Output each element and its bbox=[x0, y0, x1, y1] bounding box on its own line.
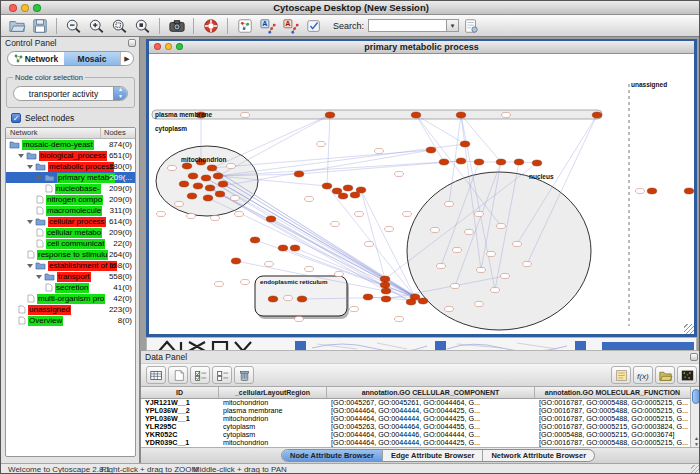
gene-node-outline[interactable] bbox=[215, 281, 224, 286]
tree-row-biological-process[interactable]: biological_process651(0) bbox=[6, 150, 135, 161]
tab-node-attribute-browser[interactable]: Node Attribute Browser bbox=[282, 450, 383, 461]
gene-node-outline[interactable] bbox=[477, 267, 486, 272]
table-row[interactable]: YJR121W__1mitochondrion[GO:0045267, GO:0… bbox=[141, 399, 691, 407]
attribute-unselect-all-button[interactable] bbox=[212, 366, 232, 384]
column-header-1[interactable]: _cellularLayoutRegion bbox=[219, 387, 327, 398]
gene-node-outline[interactable] bbox=[513, 241, 522, 246]
edge[interactable] bbox=[299, 161, 461, 174]
gene-node-outline[interactable] bbox=[305, 196, 314, 201]
expand-triangle-icon[interactable] bbox=[36, 176, 42, 180]
plasma-membrane-region[interactable] bbox=[152, 110, 602, 119]
tree-row-unassigned[interactable]: unassigned223(0) bbox=[6, 304, 135, 315]
notes-button[interactable] bbox=[611, 366, 631, 384]
gene-node[interactable] bbox=[268, 296, 278, 302]
network-annotation-button[interactable] bbox=[234, 17, 255, 35]
tree-row-multi-organism-pro[interactable]: multi-organism pro42(0) bbox=[6, 293, 135, 304]
float-panel-icon[interactable] bbox=[128, 39, 136, 47]
gene-node-outline[interactable] bbox=[317, 141, 326, 146]
gene-node[interactable] bbox=[290, 245, 300, 251]
expand-triangle-icon[interactable] bbox=[27, 264, 33, 268]
gene-node[interactable] bbox=[514, 159, 524, 165]
scrollbar-thumb[interactable] bbox=[692, 389, 700, 404]
expand-triangle-icon[interactable] bbox=[27, 165, 33, 169]
gene-node-outline[interactable] bbox=[501, 273, 510, 278]
gene-node-outline[interactable] bbox=[168, 165, 177, 170]
statusbar-resize-grip[interactable] bbox=[691, 465, 700, 474]
gene-node-outline[interactable] bbox=[365, 241, 374, 246]
gene-node-outline[interactable] bbox=[636, 188, 645, 193]
help-button[interactable] bbox=[200, 17, 221, 35]
gene-node-outline[interactable] bbox=[453, 247, 462, 252]
gene-node-outline[interactable] bbox=[395, 171, 404, 176]
gene-node[interactable] bbox=[684, 188, 694, 194]
gene-node[interactable] bbox=[250, 237, 260, 243]
tab-mosaic[interactable]: Mosaic bbox=[64, 52, 120, 65]
graphics-details-b-button[interactable]: A bbox=[280, 17, 301, 35]
gene-node-outline[interactable] bbox=[523, 261, 532, 266]
open-session-button[interactable] bbox=[6, 17, 27, 35]
gene-node-outline[interactable] bbox=[335, 271, 344, 276]
gene-node[interactable] bbox=[294, 171, 304, 177]
gene-node[interactable] bbox=[439, 159, 449, 165]
gene-node-outline[interactable] bbox=[475, 211, 484, 216]
gene-node[interactable] bbox=[278, 245, 288, 251]
gene-node-outline[interactable] bbox=[445, 201, 454, 206]
table-row[interactable]: YLR295Ccytoplasm[GO:0045263, GO:0044464,… bbox=[141, 423, 691, 431]
gene-node-outline[interactable] bbox=[451, 283, 460, 288]
gene-node[interactable] bbox=[188, 173, 198, 179]
gene-node-outline[interactable] bbox=[305, 266, 314, 271]
gene-node-outline[interactable] bbox=[385, 226, 394, 231]
gene-node[interactable] bbox=[460, 141, 470, 147]
tree-row-macromolecule[interactable]: macromolecule311(0) bbox=[6, 205, 135, 216]
expand-triangle-icon[interactable] bbox=[27, 220, 33, 224]
node-color-dropdown[interactable]: transporter activity ▲▼ bbox=[13, 86, 128, 101]
window-resize-grip[interactable] bbox=[684, 324, 694, 334]
gene-node-outline[interactable] bbox=[355, 211, 364, 216]
zoom-selected-region-button[interactable] bbox=[109, 17, 130, 35]
attribute-delete-button[interactable] bbox=[234, 366, 254, 384]
tree-row-nucleobase-[interactable]: nucleobase-209(0) bbox=[6, 183, 135, 194]
gene-node-outline[interactable] bbox=[295, 316, 304, 321]
gene-node[interactable] bbox=[332, 188, 342, 194]
nucleus-region[interactable] bbox=[407, 172, 591, 330]
gene-node[interactable] bbox=[380, 282, 390, 288]
gene-node-outline[interactable] bbox=[284, 295, 293, 300]
search-config-button[interactable] bbox=[460, 17, 481, 35]
gene-node[interactable] bbox=[426, 147, 436, 153]
gene-node[interactable] bbox=[474, 159, 484, 165]
manual-layout-button[interactable] bbox=[303, 17, 324, 35]
gene-node[interactable] bbox=[411, 112, 421, 118]
gene-node[interactable] bbox=[350, 192, 360, 198]
gene-node[interactable] bbox=[532, 160, 542, 166]
data-panel-float-icon[interactable] bbox=[690, 353, 698, 361]
gene-node-outline[interactable] bbox=[235, 211, 244, 216]
network-window-titlebar[interactable]: primary metabolic process bbox=[149, 41, 694, 54]
search-dropdown-arrow[interactable]: ▾ bbox=[446, 19, 459, 32]
table-scrollbar[interactable]: ▲▼ bbox=[690, 387, 700, 447]
tree-row-cell-communicat[interactable]: cell communicat22(0) bbox=[6, 238, 135, 249]
zoom-fit-content-button[interactable] bbox=[132, 17, 153, 35]
background-windows-strip[interactable] bbox=[146, 337, 697, 351]
gene-node[interactable] bbox=[456, 112, 466, 118]
gene-node[interactable] bbox=[215, 191, 225, 197]
gene-node[interactable] bbox=[207, 165, 217, 171]
gene-node-outline[interactable] bbox=[157, 211, 166, 216]
zoom-out-button[interactable] bbox=[63, 17, 84, 35]
gene-node[interactable] bbox=[381, 288, 391, 294]
gene-node-outline[interactable] bbox=[487, 251, 496, 256]
expand-triangle-icon[interactable] bbox=[36, 275, 42, 279]
tree-row-nitrogen-compo[interactable]: nitrogen compo209(0) bbox=[6, 194, 135, 205]
zoom-in-button[interactable] bbox=[86, 17, 107, 35]
gene-node[interactable] bbox=[456, 158, 466, 164]
gene-node-outline[interactable] bbox=[395, 316, 404, 321]
edge[interactable] bbox=[223, 184, 385, 279]
gene-node-outline[interactable] bbox=[241, 112, 250, 117]
gene-node-outline[interactable] bbox=[265, 261, 274, 266]
gene-node[interactable] bbox=[201, 175, 211, 181]
tree-row-mosaic-demo-yeast[interactable]: mosaic-demo-yeast874(0) bbox=[6, 139, 135, 150]
attribute-create-button[interactable] bbox=[168, 366, 188, 384]
table-row[interactable]: YPL036W__2plasma membrane[GO:0044464, GO… bbox=[141, 407, 691, 415]
search-input[interactable] bbox=[368, 19, 446, 32]
gene-node-outline[interactable] bbox=[331, 221, 340, 226]
gene-node[interactable] bbox=[182, 163, 192, 169]
